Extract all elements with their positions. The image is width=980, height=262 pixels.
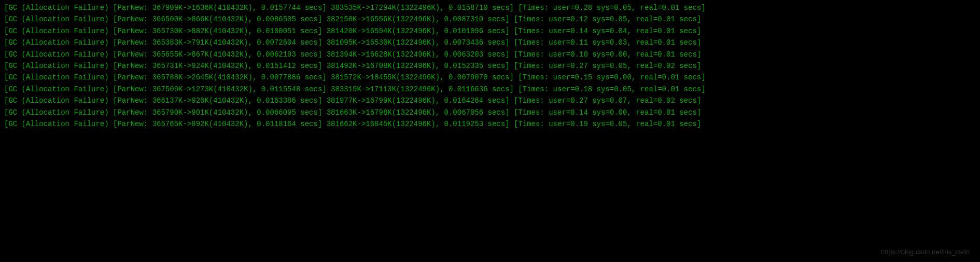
gc-log-line: [GC (Allocation Failure) [ParNew: 366500… [4, 13, 976, 25]
gc-log-line: [GC (Allocation Failure) [ParNew: 367909… [4, 2, 976, 13]
gc-log-line: [GC (Allocation Failure) [ParNew: 365790… [4, 107, 976, 118]
gc-log-line: [GC (Allocation Failure) [ParNew: 365730… [4, 25, 976, 37]
watermark-text: https://blog.csdn.net/iris_csdn [881, 247, 970, 258]
gc-log-line: [GC (Allocation Failure) [ParNew: 365655… [4, 49, 976, 60]
gc-log-line: [GC (Allocation Failure) [ParNew: 365731… [4, 60, 976, 72]
terminal-output: [GC (Allocation Failure) [ParNew: 367909… [4, 2, 976, 130]
gc-log-line: [GC (Allocation Failure) [ParNew: 366137… [4, 95, 976, 106]
gc-log-line: [GC (Allocation Failure) [ParNew: 365765… [4, 118, 976, 130]
gc-log-line: [GC (Allocation Failure) [ParNew: 365788… [4, 72, 976, 83]
gc-log-line: [GC (Allocation Failure) [ParNew: 367509… [4, 84, 976, 95]
gc-log-line: [GC (Allocation Failure) [ParNew: 365383… [4, 37, 976, 48]
